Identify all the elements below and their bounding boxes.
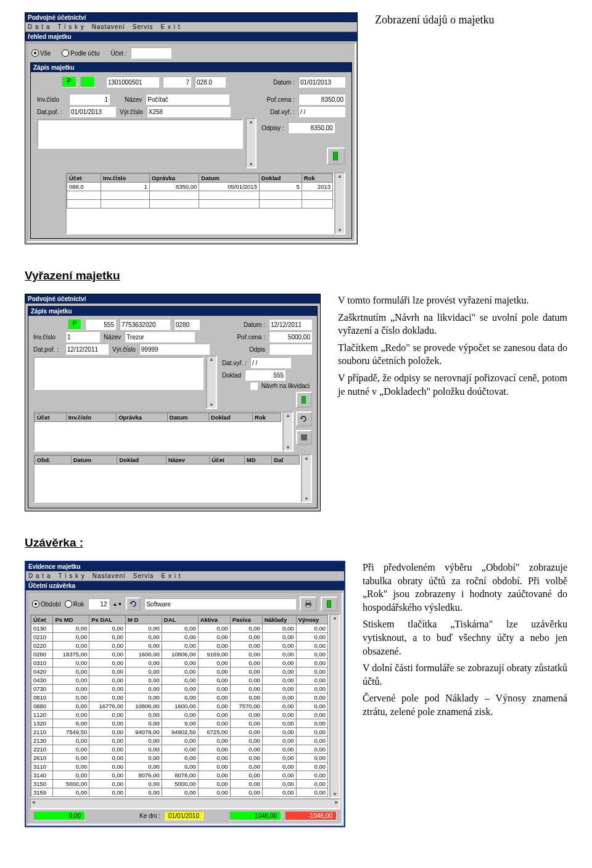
cell: 0,00	[230, 771, 262, 780]
table-row[interactable]: 26100,000,000,000,000,000,000,000,00	[31, 754, 328, 763]
table-row[interactable]: 11200,000,000,000,000,000,000,000,00	[31, 711, 328, 719]
cell: 0,00	[262, 702, 296, 711]
cell: 0,00	[89, 633, 126, 642]
menu3-exit[interactable]: E x i t	[162, 572, 181, 579]
period-input[interactable]	[88, 598, 109, 610]
menu-tisky[interactable]: T i s k y	[57, 23, 84, 30]
table-row[interactable]: 01300,000,000,000,000,000,000,000,00	[31, 624, 328, 633]
table-row[interactable]: 08100,000,000,000,000,000,000,000,00	[31, 693, 328, 702]
cell: 0,00	[89, 788, 126, 797]
price-input-2[interactable]	[269, 331, 312, 342]
col-header: Dal	[272, 456, 300, 465]
redo-button[interactable]	[296, 411, 312, 426]
stop-icon	[301, 434, 307, 440]
footer-val-2: 1046,00	[229, 811, 281, 820]
cell: 0,00	[53, 702, 89, 711]
menu3-nastaveni[interactable]: Nastavení	[92, 572, 126, 579]
radio-by-account-label: Podle účtu	[70, 50, 99, 57]
code3-input[interactable]	[195, 76, 226, 88]
door-exit-button-2[interactable]	[296, 392, 312, 408]
menu-servis[interactable]: Servis	[133, 23, 154, 30]
disposal-date-input-2[interactable]	[250, 357, 291, 368]
radio-obdobi[interactable]: Období	[32, 600, 61, 608]
acq-date-input-2[interactable]	[65, 344, 109, 355]
doc-input-2[interactable]	[245, 370, 286, 381]
cell: 2210	[31, 745, 53, 754]
grid1-scrollbar[interactable]: ▲▼	[282, 411, 294, 452]
mfg-input-2[interactable]	[139, 344, 210, 355]
notes-textarea-2[interactable]	[33, 357, 204, 390]
date-input-2[interactable]	[269, 319, 312, 330]
table-row[interactable]: 31505000,000,000,005000,000,000,000,000,…	[31, 780, 328, 788]
refresh-button[interactable]	[126, 597, 141, 611]
name-input-2[interactable]	[125, 331, 195, 342]
table-row[interactable]: 03100,000,000,000,000,000,000,000,00	[31, 659, 328, 668]
code2-input[interactable]	[163, 76, 191, 88]
table-row[interactable]: 02100,000,000,000,000,000,000,000,00	[31, 633, 328, 642]
inv-input[interactable]	[69, 94, 110, 105]
table-row[interactable]: 088.018350,0005/01/201352013	[67, 183, 333, 191]
table-row[interactable]: 22100,000,000,000,000,000,000,000,00	[31, 745, 328, 754]
closing-scrollbar[interactable]: ▲▼	[329, 614, 340, 798]
menu-exit[interactable]: E x i t	[161, 23, 181, 30]
stop-button[interactable]	[296, 430, 312, 445]
acq-date-input[interactable]	[69, 106, 116, 117]
notes-scrollbar[interactable]: ▲▼	[245, 118, 257, 168]
svg-rect-8	[306, 605, 310, 607]
menu3-servis[interactable]: Servis	[133, 572, 154, 579]
name-input[interactable]	[146, 94, 229, 105]
table-row[interactable]: 04200,000,000,000,000,000,000,000,00	[31, 668, 328, 676]
notes-textarea[interactable]	[37, 119, 243, 149]
table-row[interactable]: 21300,000,000,000,000,000,000,000,00	[31, 737, 328, 745]
table-row[interactable]: 31400,000,008076,008078,000,000,000,000,…	[31, 771, 328, 780]
group-input[interactable]	[144, 598, 296, 610]
code3-input-2[interactable]	[174, 319, 200, 330]
radio-rok[interactable]: Rok	[65, 600, 84, 608]
door-exit-button-3[interactable]	[321, 597, 338, 611]
table-row[interactable]: 07300,000,000,000,000,000,000,000,00	[31, 685, 328, 693]
grid-scrollbar[interactable]: ▲▼	[334, 172, 345, 234]
svg-point-2	[336, 155, 337, 157]
menu-nastaveni[interactable]: Nastavení	[92, 23, 125, 30]
menu3-data[interactable]: D a t a	[28, 572, 51, 579]
print-button[interactable]	[300, 597, 317, 611]
disposal-date-input[interactable]	[298, 106, 345, 117]
door-exit-button[interactable]	[327, 147, 345, 165]
inv-input-2[interactable]	[65, 331, 100, 342]
menu3-tisky[interactable]: T i s k y	[58, 572, 84, 579]
cell: 0,00	[89, 693, 126, 702]
date-input[interactable]	[298, 76, 345, 88]
paragraph: V dolní části formuláře se zobrazují obr…	[363, 661, 567, 688]
liquidation-checkbox[interactable]	[250, 382, 258, 390]
cell: 0420	[31, 668, 53, 676]
cell: 0,00	[296, 788, 328, 797]
cell: 0,00	[262, 728, 296, 737]
door-icon	[332, 151, 340, 161]
radio-all[interactable]: Vše	[31, 49, 51, 57]
table-row[interactable]: 13209,000,000,009,000,000,000,000,00	[31, 719, 328, 728]
table-row[interactable]: 02200,000,000,000,000,000,000,000,00	[31, 642, 328, 650]
code1-input[interactable]	[106, 76, 159, 88]
table-row[interactable]: 04300,000,000,000,000,000,000,000,00	[31, 676, 328, 685]
paragraph: Červené pole pod Náklady – Výnosy znamen…	[363, 692, 567, 718]
radio-by-account[interactable]: Podle účtu	[62, 49, 99, 57]
menu-data[interactable]: D a t a	[28, 23, 50, 30]
table-row[interactable]: 028018375,000,001600,0010806,009169,000,…	[31, 650, 328, 659]
table-row[interactable]: 31100,000,000,000,000,000,000,000,00	[31, 763, 328, 771]
col-header: Výnosy	[296, 616, 328, 624]
table-row	[67, 200, 333, 209]
code1-input-2[interactable]	[85, 319, 116, 330]
price-input[interactable]	[298, 94, 345, 105]
table-row[interactable]: 08800,0016776,0010806,001600,000,007570,…	[31, 702, 328, 711]
code2-input-2[interactable]	[120, 319, 170, 330]
cell: 0,00	[162, 693, 198, 702]
depr-input[interactable]	[288, 122, 335, 133]
notes-scrollbar-2[interactable]: ▲▼	[206, 355, 217, 409]
table-row[interactable]: 21107549,500,0094078,0094902,506725,000,…	[31, 728, 328, 737]
depr-input-2[interactable]	[269, 344, 312, 355]
closing-scrollbar-h[interactable]: ◄►	[30, 798, 340, 809]
grid2-scrollbar[interactable]: ▲▼	[301, 454, 312, 503]
table-row[interactable]: 31590,000,000,000,000,000,000,000,00	[31, 788, 328, 797]
mfg-input[interactable]	[147, 106, 231, 117]
account-input[interactable]	[131, 48, 171, 59]
